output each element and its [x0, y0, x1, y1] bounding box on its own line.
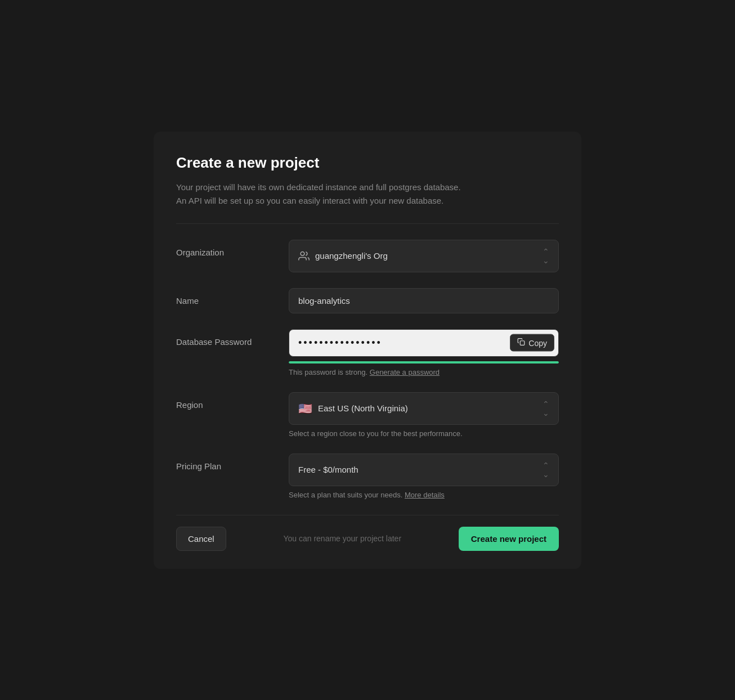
copy-icon — [517, 338, 525, 348]
region-chevron-icon: ⌃⌄ — [543, 400, 549, 418]
pricing-select[interactable]: Free - $0/month ⌃⌄ — [289, 454, 559, 486]
password-control: Copy This password is strong. Generate a… — [289, 329, 559, 376]
password-label: Database Password — [176, 329, 289, 347]
strength-bar — [289, 361, 559, 364]
pricing-hint: Select a plan that suits your needs. Mor… — [289, 491, 559, 499]
name-control — [289, 288, 559, 313]
region-control: 🇺🇸 East US (North Virginia) ⌃⌄ Select a … — [289, 392, 559, 438]
region-row: Region 🇺🇸 East US (North Virginia) ⌃⌄ Se… — [176, 392, 559, 438]
pricing-control: Free - $0/month ⌃⌄ Select a plan that su… — [289, 454, 559, 499]
name-input[interactable] — [289, 288, 559, 313]
flag-icon: 🇺🇸 — [298, 402, 312, 415]
chevron-icon: ⌃⌄ — [543, 247, 549, 265]
cancel-button[interactable]: Cancel — [176, 527, 226, 551]
pricing-chevron-icon: ⌃⌄ — [543, 461, 549, 479]
copy-label: Copy — [528, 338, 547, 347]
create-project-modal: Create a new project Your project will h… — [154, 132, 581, 569]
more-details-link[interactable]: More details — [405, 491, 445, 499]
pricing-value: Free - $0/month — [298, 465, 358, 474]
modal-title: Create a new project — [176, 154, 559, 172]
modal-description: Your project will have its own dedicated… — [176, 181, 559, 208]
organization-select[interactable]: guangzhengli's Org ⌃⌄ — [289, 240, 559, 272]
region-hint: Select a region close to you for the bes… — [289, 429, 559, 438]
pricing-label: Pricing Plan — [176, 454, 289, 471]
footer-hint: You can rename your project later — [283, 534, 401, 543]
organization-row: Organization guangzhengli's Org ⌃⌄ — [176, 240, 559, 272]
name-row: Name — [176, 288, 559, 313]
region-select[interactable]: 🇺🇸 East US (North Virginia) ⌃⌄ — [289, 392, 559, 425]
generate-password-link[interactable]: Generate a password — [370, 368, 440, 376]
password-row: Database Password Copy This — [176, 329, 559, 376]
name-label: Name — [176, 288, 289, 306]
password-hint: This password is strong. Generate a pass… — [289, 368, 559, 376]
organization-label: Organization — [176, 240, 289, 257]
svg-point-0 — [301, 252, 304, 255]
organization-value: guangzhengli's Org — [315, 251, 388, 261]
svg-rect-1 — [521, 341, 525, 345]
copy-button[interactable]: Copy — [510, 334, 554, 352]
create-project-button[interactable]: Create new project — [459, 527, 559, 551]
region-label: Region — [176, 392, 289, 410]
divider — [176, 223, 559, 224]
strength-fill — [289, 361, 559, 364]
modal-footer: Cancel You can rename your project later… — [176, 515, 559, 551]
password-wrapper: Copy — [289, 329, 559, 357]
organization-control: guangzhengli's Org ⌃⌄ — [289, 240, 559, 272]
region-value: East US (North Virginia) — [318, 403, 408, 413]
org-icon — [298, 250, 310, 262]
pricing-row: Pricing Plan Free - $0/month ⌃⌄ Select a… — [176, 454, 559, 499]
